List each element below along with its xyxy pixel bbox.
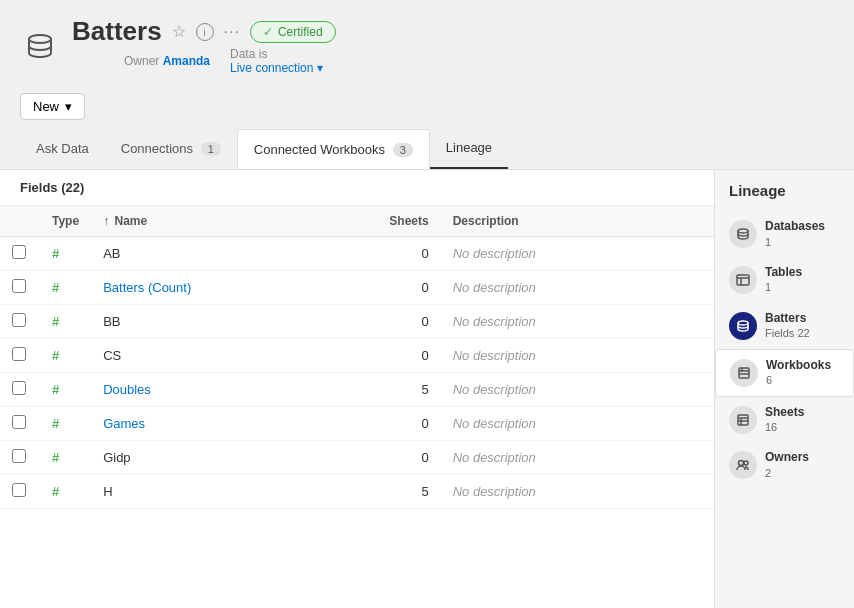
no-description-text: No description (453, 382, 536, 397)
row-name-cell[interactable]: Doubles (91, 373, 377, 407)
live-connection-dropdown[interactable]: Live connection ▾ (230, 61, 323, 75)
dropdown-arrow-icon: ▾ (317, 61, 323, 75)
tabs-bar: Ask Data Connections 1 Connected Workboo… (0, 128, 854, 170)
lineage-item-owners[interactable]: Owners 2 (715, 442, 854, 488)
owner-section: Owner Amanda (124, 54, 210, 68)
table-header-row: Type ↑ Name Sheets Description (0, 206, 714, 237)
row-sheets-cell: 0 (377, 441, 440, 475)
fields-table: Type ↑ Name Sheets Description (0, 206, 714, 509)
field-name-link[interactable]: Games (103, 416, 145, 431)
batters-icon-circle (729, 312, 757, 340)
check-icon: ✓ (263, 25, 273, 39)
workbooks-text: Workbooks 6 (766, 358, 831, 388)
col-header-type: Type (40, 206, 91, 237)
owner-value[interactable]: Amanda (163, 54, 210, 68)
type-icon: # (52, 450, 59, 465)
row-type-cell: # (40, 237, 91, 271)
type-icon: # (52, 314, 59, 329)
no-description-text: No description (453, 348, 536, 363)
tab-lineage[interactable]: Lineage (430, 128, 508, 169)
row-name-cell[interactable]: Gidp (91, 441, 377, 475)
svg-rect-10 (738, 415, 748, 425)
owners-icon-circle (729, 451, 757, 479)
field-name-link[interactable]: Doubles (103, 382, 151, 397)
table-row: # BB 0 No description (0, 305, 714, 339)
row-type-cell: # (40, 441, 91, 475)
databases-text: Databases 1 (765, 219, 825, 249)
col-header-name[interactable]: ↑ Name (91, 206, 377, 237)
tables-icon-circle (729, 266, 757, 294)
lineage-item-databases[interactable]: Databases 1 (715, 211, 854, 257)
svg-point-14 (739, 461, 744, 466)
row-checkbox-cell[interactable] (0, 305, 40, 339)
row-checkbox[interactable] (12, 347, 26, 361)
content-area: Fields (22) Type ↑ Name Sheets (0, 170, 854, 608)
sort-asc-icon: ↑ (103, 214, 109, 228)
row-checkbox[interactable] (12, 245, 26, 259)
row-description-cell: No description (441, 237, 714, 271)
row-checkbox-cell[interactable] (0, 475, 40, 509)
type-icon: # (52, 484, 59, 499)
lineage-item-workbooks[interactable]: Workbooks 6 (715, 349, 854, 397)
row-name-cell[interactable]: CS (91, 339, 377, 373)
row-type-cell: # (40, 407, 91, 441)
no-description-text: No description (453, 246, 536, 261)
tab-connections[interactable]: Connections 1 (105, 129, 237, 168)
star-icon[interactable]: ☆ (172, 22, 186, 41)
header-meta: Owner Amanda Data is Live connection ▾ (124, 47, 834, 75)
certified-badge: ✓ Certified (250, 21, 336, 43)
row-sheets-cell: 5 (377, 373, 440, 407)
owners-text: Owners 2 (765, 450, 809, 480)
more-icon[interactable]: ··· (224, 23, 240, 41)
row-checkbox-cell[interactable] (0, 407, 40, 441)
field-name: H (103, 484, 112, 499)
row-name-cell[interactable]: Batters (Count) (91, 271, 377, 305)
tab-ask-data[interactable]: Ask Data (20, 129, 105, 168)
row-checkbox-cell[interactable] (0, 373, 40, 407)
row-type-cell: # (40, 305, 91, 339)
row-type-cell: # (40, 339, 91, 373)
type-icon: # (52, 382, 59, 397)
row-sheets-cell: 5 (377, 475, 440, 509)
row-name-cell[interactable]: Games (91, 407, 377, 441)
entity-icon (20, 26, 60, 66)
type-icon: # (52, 246, 59, 261)
svg-rect-2 (737, 275, 749, 285)
new-button[interactable]: New ▾ (20, 93, 85, 120)
row-name-cell[interactable]: BB (91, 305, 377, 339)
row-checkbox[interactable] (12, 313, 26, 327)
table-row: # CS 0 No description (0, 339, 714, 373)
row-checkbox[interactable] (12, 279, 26, 293)
row-sheets-cell: 0 (377, 237, 440, 271)
field-name: AB (103, 246, 120, 261)
type-icon: # (52, 416, 59, 431)
type-icon: # (52, 280, 59, 295)
field-name-link[interactable]: Batters (Count) (103, 280, 191, 295)
row-checkbox[interactable] (12, 415, 26, 429)
row-checkbox-cell[interactable] (0, 441, 40, 475)
lineage-item-batters[interactable]: Batters Fields 22 (715, 303, 854, 349)
lineage-item-sheets[interactable]: Sheets 16 (715, 397, 854, 443)
row-description-cell: No description (441, 305, 714, 339)
lineage-item-tables[interactable]: Tables 1 (715, 257, 854, 303)
no-description-text: No description (453, 450, 536, 465)
tab-connected-workbooks[interactable]: Connected Workbooks 3 (237, 129, 430, 169)
tables-text: Tables 1 (765, 265, 802, 295)
dropdown-caret-icon: ▾ (65, 99, 72, 114)
info-icon[interactable]: i (196, 23, 214, 41)
row-name-cell[interactable]: H (91, 475, 377, 509)
row-checkbox[interactable] (12, 449, 26, 463)
table-row: # Gidp 0 No description (0, 441, 714, 475)
table-row: # Batters (Count) 0 No description (0, 271, 714, 305)
row-checkbox[interactable] (12, 483, 26, 497)
row-checkbox[interactable] (12, 381, 26, 395)
row-checkbox-cell[interactable] (0, 271, 40, 305)
field-name: CS (103, 348, 121, 363)
page-header: Batters ☆ i ··· ✓ Certified Owner Amanda… (0, 0, 854, 85)
row-name-cell[interactable]: AB (91, 237, 377, 271)
row-checkbox-cell[interactable] (0, 237, 40, 271)
lineage-panel-title: Lineage (715, 182, 854, 211)
fields-table-container[interactable]: Type ↑ Name Sheets Description (0, 206, 714, 608)
no-description-text: No description (453, 484, 536, 499)
row-checkbox-cell[interactable] (0, 339, 40, 373)
